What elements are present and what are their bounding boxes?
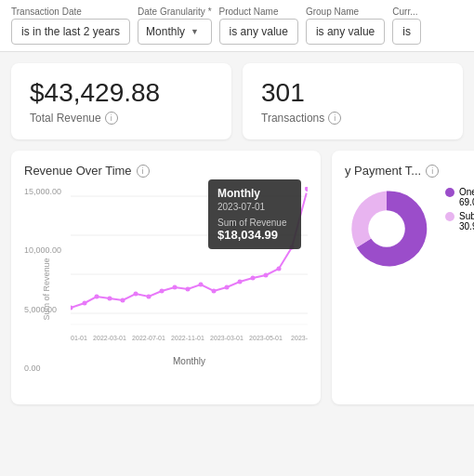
- revenue-label: Total Revenue i: [30, 112, 213, 125]
- date-granularity-select[interactable]: Monthly ▼: [138, 19, 211, 45]
- svg-point-18: [238, 280, 243, 284]
- svg-text:2023-07-01: 2023-07-01: [291, 335, 308, 341]
- svg-point-7: [95, 295, 99, 299]
- date-granularity-label: Date Granularity *: [138, 7, 211, 17]
- svg-point-20: [264, 273, 269, 278]
- legend-label-subscription: Subscription: [459, 211, 474, 221]
- svg-point-10: [134, 292, 138, 297]
- svg-point-8: [108, 297, 112, 301]
- pie-container: One-Time 69.07% Subscription 30.93%: [345, 187, 474, 271]
- revenue-value: $43,429.88: [30, 78, 213, 108]
- svg-point-12: [160, 289, 165, 294]
- svg-text:2022-01-01: 2022-01-01: [71, 335, 87, 341]
- transactions-card: 301 Transactions i: [243, 63, 463, 139]
- svg-point-9: [121, 298, 125, 303]
- svg-text:2022-11-01: 2022-11-01: [171, 335, 204, 341]
- revenue-info-icon[interactable]: i: [105, 112, 118, 125]
- legend-percent-onetime: 69.07%: [459, 197, 474, 207]
- line-chart-card: Revenue Over Time i Sum of Revenue 15,00…: [11, 151, 321, 404]
- chart-legend: One-Time 69.07% Subscription 30.93%: [445, 187, 474, 231]
- pie-and-legend: One-Time 69.07% Subscription 30.93%: [345, 187, 474, 271]
- tooltip-title: Monthly: [217, 187, 292, 200]
- svg-text:2022-03-01: 2022-03-01: [93, 335, 126, 341]
- product-name-value[interactable]: is any value: [219, 19, 298, 45]
- transactions-label: Transactions i: [261, 112, 444, 125]
- charts-row: Revenue Over Time i Sum of Revenue 15,00…: [0, 151, 474, 416]
- pie-chart-title: y Payment T... i: [345, 164, 474, 178]
- chart-tooltip: Monthly 2023-07-01 Sum of Revenue $18,03…: [208, 179, 301, 249]
- chevron-down-icon: ▼: [191, 27, 199, 36]
- pie-chart-info-icon[interactable]: i: [426, 165, 439, 178]
- line-chart-info-icon[interactable]: i: [137, 165, 150, 178]
- svg-text:2023-03-01: 2023-03-01: [210, 335, 244, 341]
- svg-point-13: [173, 285, 178, 290]
- svg-point-21: [277, 267, 282, 271]
- svg-point-16: [212, 289, 217, 294]
- currency-value[interactable]: is: [392, 19, 421, 45]
- pie-chart-card: y Payment T... i: [332, 151, 474, 404]
- transactions-info-icon[interactable]: i: [328, 112, 341, 125]
- stats-row: $43,429.88 Total Revenue i 301 Transacti…: [0, 52, 474, 151]
- chart-area: 2022-01-01 2022-03-01 2022-07-01 2022-11…: [71, 187, 308, 352]
- transaction-date-value[interactable]: is in the last 2 years: [11, 19, 130, 45]
- svg-point-6: [83, 301, 87, 306]
- currency-label: Curr...: [392, 7, 421, 17]
- x-axis-label: Monthly: [71, 356, 308, 366]
- legend-percent-subscription: 30.93%: [459, 221, 474, 231]
- svg-point-19: [251, 276, 256, 281]
- svg-point-11: [147, 295, 151, 299]
- svg-text:2023-05-01: 2023-05-01: [249, 335, 283, 341]
- date-granularity-value: Monthly: [146, 25, 185, 38]
- tooltip-date: 2023-07-01: [217, 202, 292, 212]
- svg-text:2022-07-01: 2022-07-01: [132, 335, 165, 341]
- line-chart-title: Revenue Over Time i: [24, 164, 308, 178]
- date-granularity-filter: Date Granularity * Monthly ▼: [138, 7, 211, 45]
- group-name-value[interactable]: is any value: [306, 19, 385, 45]
- svg-point-14: [186, 287, 191, 292]
- transaction-date-filter: Transaction Date is in the last 2 years: [11, 7, 130, 45]
- pie-chart-svg: [345, 187, 428, 271]
- svg-point-31: [368, 210, 405, 247]
- group-name-label: Group Name: [306, 7, 385, 17]
- filter-bar: Transaction Date is in the last 2 years …: [0, 0, 474, 52]
- currency-filter: Curr... is: [392, 7, 421, 45]
- y-axis-labels: 15,000.00 10,000.00 5,000.00 0.00: [24, 187, 69, 373]
- legend-dot-subscription: [445, 212, 454, 221]
- transactions-value: 301: [261, 78, 444, 108]
- line-chart-container: Sum of Revenue 15,000.00 10,000.00 5,000…: [24, 187, 308, 391]
- svg-point-17: [225, 285, 230, 290]
- revenue-card: $43,429.88 Total Revenue i: [11, 63, 231, 139]
- svg-point-23: [304, 187, 308, 192]
- product-name-filter: Product Name is any value: [219, 7, 298, 45]
- transaction-date-label: Transaction Date: [11, 7, 130, 17]
- tooltip-value: $18,034.99: [217, 228, 292, 242]
- legend-label-onetime: One-Time: [459, 187, 474, 197]
- group-name-filter: Group Name is any value: [306, 7, 385, 45]
- svg-point-15: [199, 283, 204, 287]
- legend-item-subscription: Subscription 30.93%: [445, 211, 474, 231]
- tooltip-label: Sum of Revenue: [217, 218, 292, 228]
- legend-dot-onetime: [445, 188, 454, 197]
- product-name-label: Product Name: [219, 7, 298, 17]
- legend-item-onetime: One-Time 69.07%: [445, 187, 474, 207]
